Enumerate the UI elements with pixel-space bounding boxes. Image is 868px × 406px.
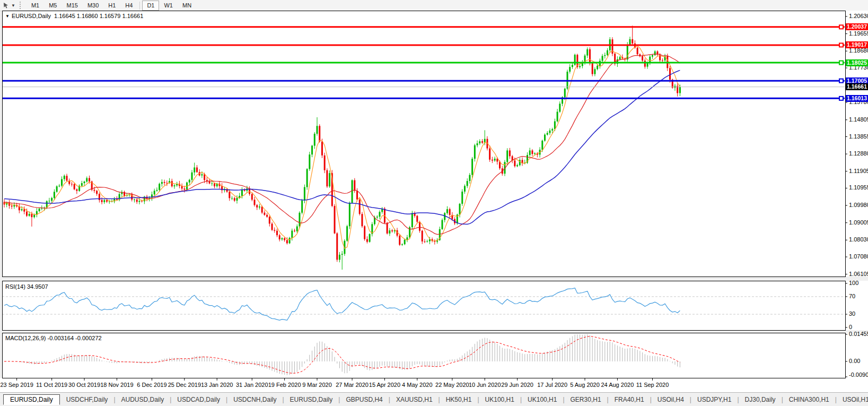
chart-graphics [0,0,868,406]
chart-tab-audusd-daily[interactable]: AUDUSD,Daily [116,395,170,404]
chart-tab-usoil-h1[interactable]: USOil,H1 [837,395,868,404]
chart-tabs: EURUSD,DailyUSDCHF,Daily|AUDUSD,Daily|US… [0,394,868,405]
chart-tab-xauusd-h1[interactable]: XAUUSD,H1 [391,395,438,404]
chart-tab-uk100-h1[interactable]: UK100,H1 [522,395,562,404]
chart-tab-ger30-h1[interactable]: GER30,H1 [565,395,607,404]
chart-tab-gbpusd-h4[interactable]: GBPUSD,H4 [340,395,388,404]
chart-tab-usdjpy-h1[interactable]: USDJPY,H1 [692,395,737,404]
mt4-window: ▼ M1M5M15M30H1H4D1W1MN ▼EURUSD,Daily 1.1… [0,0,868,406]
chart-tab-hk50-h1[interactable]: HK50,H1 [441,395,477,404]
chart-tabbar: EURUSD,DailyUSDCHF,Daily|AUDUSD,Daily|US… [0,392,868,406]
chart-tab-usoil-h4[interactable]: USOil,H4 [652,395,689,404]
chart-tab-usdchf-daily[interactable]: USDCHF,Daily [61,395,113,404]
chart-tab-usdcad-daily[interactable]: USDCAD,Daily [172,395,225,404]
chart-tab-eurusd-daily[interactable]: EURUSD,Daily [285,395,338,404]
chart-tab-fra40-h1[interactable]: FRA40,H1 [609,395,650,404]
chart-tab-usdcnh-daily[interactable]: USDCNH,Daily [228,395,282,404]
chart-tab-eurusd-daily[interactable]: EURUSD,Daily [3,394,60,405]
chart-tab-uk100-h1[interactable]: UK100,H1 [480,395,520,404]
chart-tab-china300-h1[interactable]: CHINA300,H1 [784,395,835,404]
chart-tab-dj30-daily[interactable]: DJ30,Daily [740,395,781,404]
